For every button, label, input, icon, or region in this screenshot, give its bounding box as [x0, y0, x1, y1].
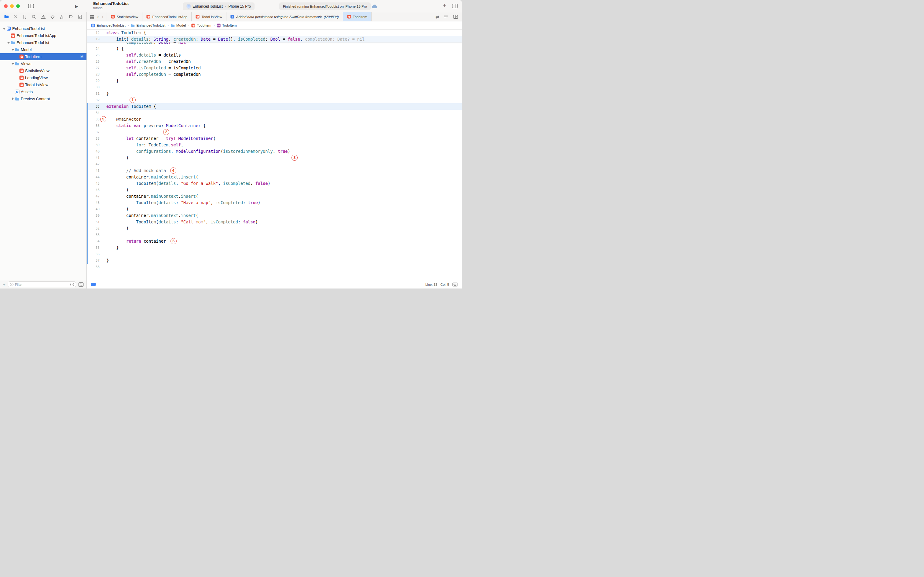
line-number[interactable]: 26 — [87, 58, 100, 65]
line-number[interactable]: 12 — [87, 30, 100, 36]
sidebar-item-model[interactable]: Model — [0, 46, 87, 53]
code-line-52[interactable]: 52 ) — [87, 225, 462, 232]
line-number[interactable]: 42 — [87, 161, 100, 168]
editor-options-icon[interactable] — [444, 15, 449, 19]
tab-enhancedtodolistapp[interactable]: EnhancedTodoListApp — [142, 12, 192, 21]
code-line-44[interactable]: 44 container.mainContext.insert( — [87, 174, 462, 180]
tests-navigator-icon[interactable] — [50, 15, 55, 19]
code-line-clipped[interactable]: completedOn: Date? = nil — [87, 42, 462, 45]
line-number[interactable]: 41 — [87, 155, 100, 161]
new-tab-button[interactable]: + — [443, 3, 446, 9]
code-line-38[interactable]: 38 let container = try! ModelContainer( — [87, 135, 462, 142]
code-line-42[interactable]: 42 — [87, 161, 462, 168]
scheme-selector[interactable]: EnhancedTodoList › iPhone 15 Pro — [183, 2, 254, 10]
line-number[interactable]: 44 — [87, 174, 100, 180]
line-number[interactable]: 24 — [87, 45, 100, 52]
swap-editors-icon[interactable]: ⇄ — [435, 15, 439, 19]
breadcrumb-item-enhancedtodolist-1[interactable]: EnhancedTodoList — [131, 24, 165, 27]
keyboard-icon[interactable] — [452, 282, 458, 287]
code-line-12[interactable]: 12class TodoItem { — [87, 30, 462, 36]
code-line-24[interactable]: 24 ) { — [87, 45, 462, 52]
code-line-27[interactable]: 27 self.isCompleted = isCompleted — [87, 65, 462, 71]
editor-mode-icon[interactable] — [91, 283, 96, 286]
sidebar-item-enhancedtodolist[interactable]: EnhancedTodoList — [0, 25, 87, 32]
sidebar-item-todolistview[interactable]: TodoListView — [0, 81, 87, 88]
line-number[interactable]: 34 — [87, 110, 100, 116]
filter-options-icon[interactable] — [78, 282, 84, 287]
code-line-47[interactable]: 47 container.mainContext.insert( — [87, 193, 462, 200]
code-line-26[interactable]: 26 self.createdOn = createdOn — [87, 58, 462, 65]
clock-icon[interactable] — [70, 282, 74, 287]
source-control-navigator-icon[interactable] — [13, 15, 18, 19]
disclosure-down-icon[interactable] — [7, 41, 11, 45]
line-number[interactable]: 49 — [87, 206, 100, 213]
code-line-33[interactable]: 33extension TodoItem { — [87, 103, 462, 110]
line-number[interactable]: 29 — [87, 77, 100, 84]
sidebar-item-enhancedtodolistapp[interactable]: EnhancedTodoListApp — [0, 32, 87, 39]
line-number[interactable]: 56 — [87, 251, 100, 257]
line-number[interactable]: 39 — [87, 142, 100, 148]
line-number[interactable]: 30 — [87, 84, 100, 90]
sidebar-toggle-icon[interactable] — [28, 4, 34, 8]
tab-added-data-persistence-using-the-swiftda[interactable]: #Added data persistence using the SwiftD… — [226, 12, 343, 21]
line-number[interactable]: 47 — [87, 193, 100, 200]
related-items-grid-icon[interactable] — [90, 15, 94, 19]
breadcrumb-item-todoitem-3[interactable]: TodoItem — [191, 24, 211, 27]
code-line-56[interactable]: 56 — [87, 251, 462, 257]
code-line-46[interactable]: 46 ) — [87, 187, 462, 193]
close-button[interactable] — [4, 4, 8, 8]
code-line-48[interactable]: 48 TodoItem(details: "Have a nap", isCom… — [87, 200, 462, 206]
back-button[interactable]: ‹ — [97, 14, 99, 19]
sidebar-item-todoitem[interactable]: TodoItemM — [0, 53, 87, 60]
filter-input[interactable]: Filter — [8, 282, 76, 287]
add-file-button[interactable]: + — [3, 282, 5, 287]
line-number[interactable]: 25 — [87, 52, 100, 58]
line-number[interactable]: 53 — [87, 232, 100, 238]
add-editor-icon[interactable] — [453, 15, 458, 19]
code-line-37[interactable]: 372 — [87, 129, 462, 135]
line-number[interactable]: 19 — [87, 36, 100, 42]
bookmarks-navigator-icon[interactable] — [22, 15, 27, 19]
line-number[interactable]: 40 — [87, 148, 100, 155]
code-line-43[interactable]: 43 // Add mock data4 — [87, 168, 462, 174]
issues-navigator-icon[interactable] — [41, 15, 46, 19]
debug-navigator-icon[interactable] — [59, 15, 64, 19]
source-editor[interactable]: completedOn: Date? = nil24 ) {25 self.de… — [87, 30, 462, 280]
line-number[interactable]: 35 — [87, 116, 100, 122]
sidebar-item-assets[interactable]: Assets — [0, 88, 87, 95]
line-number[interactable]: 52 — [87, 225, 100, 232]
line-number[interactable]: 36 — [87, 122, 100, 129]
code-line-34[interactable]: 34 — [87, 110, 462, 116]
run-button[interactable]: ▶ — [75, 4, 78, 8]
code-line-35[interactable]: 35 @MainActor5 — [87, 116, 462, 122]
line-number[interactable]: 43 — [87, 168, 100, 174]
line-number[interactable]: 46 — [87, 187, 100, 193]
code-line-54[interactable]: 54 return container6 — [87, 238, 462, 245]
project-navigator-icon[interactable] — [4, 15, 9, 19]
minimize-button[interactable] — [10, 4, 14, 8]
line-number[interactable]: 54 — [87, 238, 100, 245]
code-line-53[interactable]: 53 — [87, 232, 462, 238]
tab-todoitem[interactable]: TodoItem — [343, 12, 372, 21]
line-number[interactable]: 31 — [87, 90, 100, 97]
breadcrumb-item-enhancedtodolist-0[interactable]: EnhancedTodoList — [91, 24, 126, 27]
code-line-41[interactable]: 41 )3 — [87, 155, 462, 161]
line-number[interactable]: 27 — [87, 65, 100, 71]
code-line-39[interactable]: 39 for: TodoItem.self, — [87, 142, 462, 148]
code-line-55[interactable]: 55 } — [87, 245, 462, 251]
code-line-29[interactable]: 29 } — [87, 77, 462, 84]
line-number[interactable]: 58 — [87, 264, 100, 270]
sidebar-item-landingview[interactable]: LandingView — [0, 74, 87, 81]
code-line-32[interactable]: 321 — [87, 97, 462, 103]
disclosure-down-icon[interactable] — [2, 27, 6, 31]
tab-statisticsview[interactable]: StatisticsView — [107, 12, 143, 21]
code-line-36[interactable]: 36 static var preview: ModelContainer { — [87, 122, 462, 129]
code-line-30[interactable]: 30 — [87, 84, 462, 90]
disclosure-right-icon[interactable] — [11, 97, 15, 101]
line-number[interactable]: 45 — [87, 180, 100, 187]
breakpoints-navigator-icon[interactable] — [68, 15, 73, 19]
breadcrumb-item-model-2[interactable]: Model — [171, 24, 186, 27]
line-number[interactable]: 38 — [87, 135, 100, 142]
sidebar-item-statisticsview[interactable]: StatisticsView — [0, 67, 87, 74]
line-number[interactable]: 33 — [87, 103, 100, 110]
